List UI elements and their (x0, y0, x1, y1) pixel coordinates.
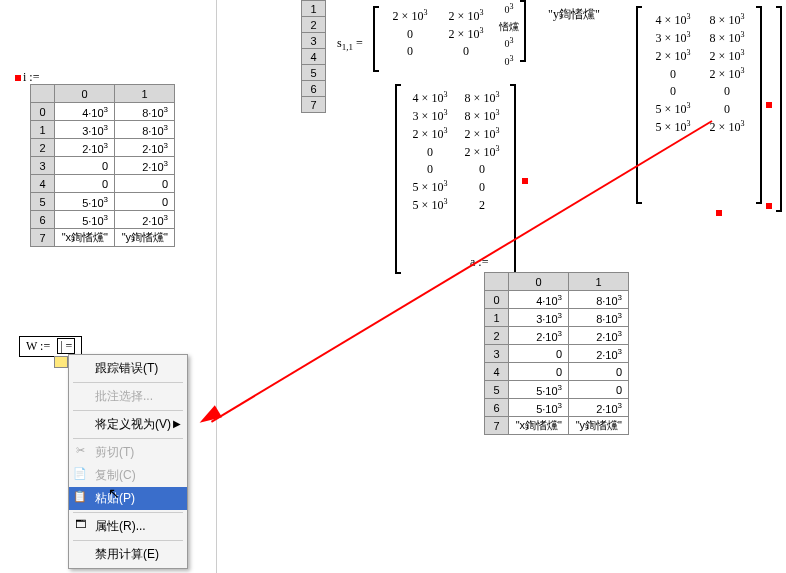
menu-icon: 📋 (73, 490, 87, 504)
menu-item[interactable]: 批注选择... (69, 385, 187, 408)
index-cell: 4 (302, 49, 326, 65)
mouse-cursor: ↖ (108, 485, 120, 501)
table-row: 302·103 (485, 345, 629, 363)
table-row: 65·1032·103 (31, 211, 175, 229)
menu-label: 复制(C) (95, 468, 136, 482)
menu-icon: 🗔 (73, 518, 87, 532)
menu-separator (73, 410, 183, 411)
red-marker-right1 (766, 102, 772, 108)
table-right: 0104·1038·10313·1038·10322·1032·103302·1… (484, 272, 629, 435)
s-label: s1,1 = (337, 36, 363, 52)
table-row: 55·1030 (31, 193, 175, 211)
table-row: 04·1038·103 (31, 103, 175, 121)
table-row: 7"x鍧愭爣""y鍧愭爣" (485, 417, 629, 435)
assign-i: i := (15, 70, 39, 85)
matrix-mid: 4 × 1038 × 1033 × 1038 × 1032 × 1032 × 1… (404, 88, 508, 215)
bracket-right-right (756, 6, 762, 204)
col-header: 1 (569, 273, 629, 291)
table-row: 302·103 (31, 157, 175, 175)
col-header: 1 (115, 85, 175, 103)
red-marker-right3 (716, 210, 722, 216)
red-marker-mid (522, 178, 528, 184)
menu-item[interactable]: ✂剪切(T) (69, 441, 187, 464)
menu-separator (73, 512, 183, 513)
menu-label: 禁用计算(E) (95, 547, 159, 561)
context-menu[interactable]: 跟踪错误(T)批注选择...将定义视为(V)▶✂剪切(T)📄复制(C)📋粘贴(P… (68, 354, 188, 569)
bracket-outer-right (776, 6, 782, 212)
menu-separator (73, 540, 183, 541)
table-row: 13·1038·103 (485, 309, 629, 327)
table-row: 65·1032·103 (485, 399, 629, 417)
table-row: 55·1030 (485, 381, 629, 399)
table-row: 04·1038·103 (485, 291, 629, 309)
menu-item[interactable]: 📋粘贴(P) (69, 487, 187, 510)
index-cell: 1 (302, 1, 326, 17)
bracket-mid-left (395, 84, 401, 274)
col-header: 0 (509, 273, 569, 291)
matrix-right: 4 × 1038 × 1033 × 1038 × 1032 × 1032 × 1… (646, 10, 754, 137)
menu-icon: ✂ (73, 444, 87, 458)
index-cell: 6 (302, 81, 326, 97)
index-cell: 7 (302, 97, 326, 113)
menu-item[interactable]: 将定义视为(V)▶ (69, 413, 187, 436)
table-row: 22·1032·103 (31, 139, 175, 157)
table-row: 22·1032·103 (485, 327, 629, 345)
bracket-mid-right (510, 84, 516, 274)
index-cell: 3 (302, 33, 326, 49)
vertical-divider (216, 0, 217, 573)
index-cell: 2 (302, 17, 326, 33)
table-row: 7"x鍧愭爣""y鍧愭爣" (31, 229, 175, 247)
menu-item[interactable]: 跟踪错误(T) (69, 357, 187, 380)
yellow-handle[interactable] (54, 356, 68, 368)
menu-label: 属性(R)... (95, 519, 146, 533)
red-marker-right2 (766, 203, 772, 209)
menu-icon: 📄 (73, 467, 87, 481)
arrow-head (196, 405, 222, 428)
menu-label: 跟踪错误(T) (95, 361, 158, 375)
submenu-arrow-icon: ▶ (173, 418, 181, 429)
table-left: 0104·1038·10313·1038·10322·1032·103302·1… (30, 84, 175, 247)
bracket-top-left (373, 6, 379, 72)
col-header: 0 (55, 85, 115, 103)
table-row: 400 (31, 175, 175, 193)
matrix-top: 2 × 1032 × 10302 × 10300 (382, 6, 494, 61)
y-label: "y鍧愭爣" (548, 6, 600, 23)
bracket-side-right (520, 0, 526, 62)
table-row: 13·1038·103 (31, 121, 175, 139)
menu-item[interactable]: 禁用计算(E) (69, 543, 187, 566)
small-index-table: 1234567 (301, 0, 326, 113)
menu-label: 将定义视为(V) (95, 417, 171, 431)
menu-label: 剪切(T) (95, 445, 134, 459)
menu-separator (73, 438, 183, 439)
w-inner[interactable]: | = (57, 338, 75, 354)
bracket-right-left (636, 6, 642, 204)
table-row: 400 (485, 363, 629, 381)
menu-item[interactable]: 📄复制(C) (69, 464, 187, 487)
menu-label: 批注选择... (95, 389, 153, 403)
side-fragments: 03愭爣0303 (498, 0, 520, 71)
index-cell: 5 (302, 65, 326, 81)
menu-separator (73, 382, 183, 383)
menu-item[interactable]: 🗔属性(R)... (69, 515, 187, 538)
